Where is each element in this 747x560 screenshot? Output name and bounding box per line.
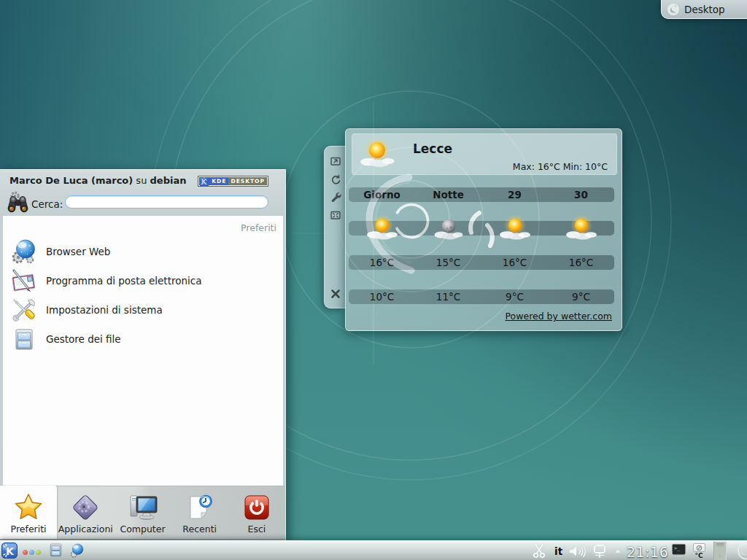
pager-dot-blue[interactable] <box>29 550 34 555</box>
kde-menu-button[interactable]: K <box>1 542 18 559</box>
menu-item-file-manager[interactable]: Gestore dei file <box>3 324 283 354</box>
weather-col-label: Giorno <box>349 187 415 202</box>
diamond-gear-icon <box>71 493 100 522</box>
menu-item-label: Browser Web <box>46 246 110 257</box>
tab-label: Recenti <box>182 524 217 534</box>
weather-high-temp: 16°C <box>349 255 415 270</box>
panel-mini-widget[interactable]: : <box>713 542 727 560</box>
section-label: Preferiti <box>241 222 276 233</box>
desktop-toolbox[interactable]: Desktop <box>661 0 747 19</box>
document-clock-icon <box>185 493 214 522</box>
weather-high-temps-row: 16°C 15°C 16°C 16°C <box>349 255 614 270</box>
tray-expander-icon[interactable] <box>615 548 621 553</box>
tab-recenti[interactable]: Recenti <box>171 486 228 539</box>
taskbar-panel: K it <box>0 540 747 560</box>
weather-station-icon[interactable]: °C <box>692 543 706 559</box>
star-icon <box>14 492 43 521</box>
weather-widget-handle[interactable] <box>324 146 346 308</box>
rotate-icon[interactable] <box>330 174 341 185</box>
moon-cloud-icon <box>432 214 465 244</box>
sun-cloud-icon <box>498 214 532 244</box>
globe-gear-icon <box>12 239 36 264</box>
weather-widget: Lecce Max: 16°C Min: 10°C Giorno Notte 2… <box>345 128 622 331</box>
menu-item-browser-web[interactable]: Browser Web <box>3 237 283 266</box>
kde-desktop: { "desktop": { "toolbox_label": "Desktop… <box>0 0 747 560</box>
file-manager-icon[interactable] <box>49 543 63 557</box>
computer-icon <box>128 493 158 522</box>
menu-item-label: Impostazioni di sistema <box>46 304 163 316</box>
kde-badge-kde-label: KDE <box>209 177 228 185</box>
close-icon[interactable] <box>330 288 341 300</box>
volume-icon[interactable] <box>568 544 589 559</box>
menu-item-label: Gestore dei file <box>46 333 121 345</box>
weather-low-temp: 10°C <box>349 289 415 304</box>
panel-cashew-icon[interactable] <box>734 542 747 560</box>
resize-icon[interactable] <box>330 155 341 167</box>
kickoff-user-name: Marco De Luca (marco) <box>9 175 133 186</box>
kickoff-content: Preferiti Browser Web <box>3 216 283 486</box>
search-input[interactable] <box>65 195 268 209</box>
binoculars-search-icon <box>6 191 30 215</box>
tab-label: Applicazioni <box>58 524 113 534</box>
tab-computer[interactable]: Computer <box>114 486 171 539</box>
weather-col-label: Notte <box>415 187 481 202</box>
weather-col-label: 30 <box>548 187 614 202</box>
sun-cloud-icon <box>365 214 399 244</box>
crossed-tools-icon <box>12 298 36 322</box>
menu-item-label: Programma di posta elettronica <box>46 275 201 287</box>
kde-badge-desktop-label: DESKTOP <box>228 177 267 185</box>
weather-low-temps-row: 10°C 11°C 9°C 9°C <box>349 289 614 304</box>
kickoff-menu: Marco De Luca (marco) su debian K KDE DE… <box>0 169 286 540</box>
weather-high-temp: 15°C <box>415 255 481 270</box>
web-browser-icon[interactable] <box>70 543 85 558</box>
weather-icon-row <box>349 214 614 244</box>
tab-label: Computer <box>120 524 165 534</box>
sun-cloud-icon <box>565 214 598 244</box>
panel-clock[interactable]: 21:16 <box>627 544 673 560</box>
pager-dot-red[interactable] <box>23 550 28 555</box>
terminal-icon[interactable]: >_ <box>671 543 686 559</box>
file-cabinet-icon <box>12 327 36 351</box>
pager-dot-green[interactable] <box>36 550 41 555</box>
tab-applicazioni[interactable]: Applicazioni <box>57 486 114 539</box>
weather-columns-row: Giorno Notte 29 30 <box>349 187 614 202</box>
weather-current-icon <box>357 137 398 172</box>
tray-unit-label: °C <box>692 552 706 559</box>
weather-high-temp: 16°C <box>481 255 548 270</box>
tab-esci[interactable]: Esci <box>228 486 285 539</box>
mail-pen-icon <box>12 268 36 293</box>
klipper-scissors-icon[interactable] <box>533 543 546 559</box>
kickoff-user-title: Marco De Luca (marco) su debian <box>9 175 186 186</box>
desktop-toolbox-label: Desktop <box>684 4 725 15</box>
weather-city: Lecce <box>413 141 452 156</box>
weather-low-temp: 11°C <box>415 289 481 304</box>
weather-maxmin: Max: 16°C Min: 10°C <box>513 161 608 172</box>
search-label: Cerca: <box>31 198 63 210</box>
kde-logo-icon: K <box>199 177 209 185</box>
weather-header: Lecce Max: 16°C Min: 10°C <box>352 133 617 175</box>
keyboard-layout-indicator[interactable]: it <box>554 545 562 557</box>
weather-high-temp: 16°C <box>548 255 614 270</box>
svg-text:K: K <box>6 545 15 557</box>
tab-label: Preferiti <box>11 524 47 534</box>
kickoff-host-name: debian <box>150 175 187 186</box>
menu-item-system-settings[interactable]: Impostazioni di sistema <box>3 295 283 324</box>
kickoff-header: Marco De Luca (marco) su debian K KDE DE… <box>0 170 285 216</box>
maximize-icon[interactable] <box>330 209 341 221</box>
svg-text:K: K <box>201 177 208 185</box>
weather-col-label: 29 <box>481 187 548 202</box>
configure-icon[interactable] <box>330 191 341 203</box>
weather-low-temp: 9°C <box>548 289 614 304</box>
cashew-icon <box>667 3 680 16</box>
tab-label: Esci <box>248 524 266 534</box>
svg-text:>_: >_ <box>674 545 680 551</box>
kde-desktop-badge: K KDE DESKTOP <box>198 176 268 187</box>
weather-low-temp: 9°C <box>481 289 548 304</box>
weather-credit-link[interactable]: Powered by wetter.com <box>506 311 613 322</box>
power-icon <box>242 493 271 522</box>
kickoff-tabbar: Preferiti Applicazioni <box>0 486 285 539</box>
network-monitor-icon[interactable] <box>591 544 608 559</box>
menu-item-mail[interactable]: Programma di posta elettronica <box>3 266 283 295</box>
tab-preferiti[interactable]: Preferiti <box>0 486 57 539</box>
